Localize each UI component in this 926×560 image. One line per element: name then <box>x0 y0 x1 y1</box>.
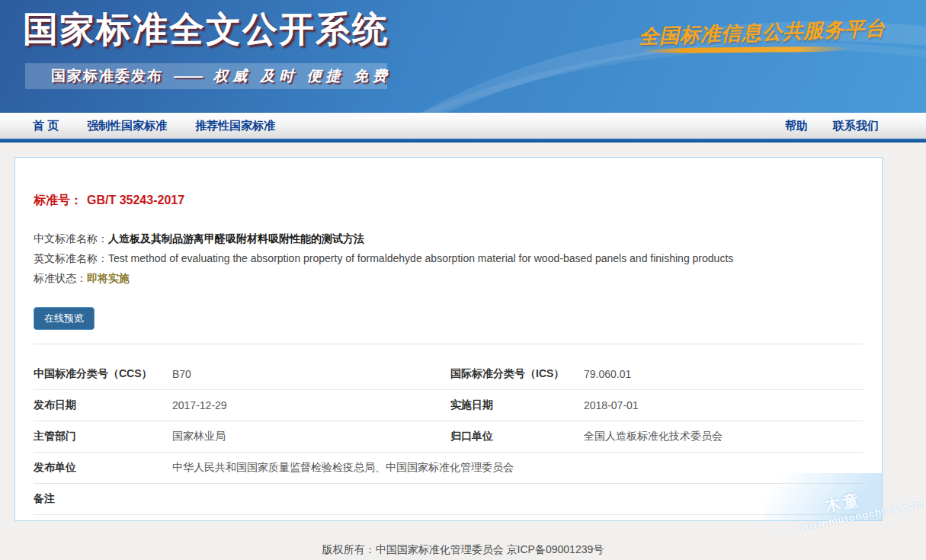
banner-slogan: 权威 及时 便捷 免费 <box>213 68 392 84</box>
standard-number-row: 标准号：GB/T 35243-2017 <box>34 158 864 209</box>
ics-label: 国际标准分类号（ICS） <box>450 367 584 381</box>
standard-detail-card: 标准号：GB/T 35243-2017 中文标准名称：人造板及其制品游离甲醛吸附… <box>14 157 883 521</box>
implement-date-value: 2018-07-01 <box>584 399 864 411</box>
site-header: 国家标准全文公开系统 国家标准委发布——权威 及时 便捷 免费 全国标准信息公共… <box>0 0 926 113</box>
cn-name-value: 人造板及其制品游离甲醛吸附材料吸附性能的测试方法 <box>108 232 364 245</box>
nav-item-home[interactable]: 首 页 <box>33 119 59 133</box>
committee-label: 归口单位 <box>450 430 584 443</box>
footer-copyright: 版权所有：中国国家标准化管理委员会 京ICP备09001239号 <box>0 543 926 557</box>
remarks-label: 备注 <box>34 492 172 506</box>
committee-value: 全国人造板标准化技术委员会 <box>584 430 864 443</box>
table-row: 备注 <box>34 484 864 515</box>
publisher-banner: 国家标准委发布——权威 及时 便捷 免费 <box>25 63 387 89</box>
standard-number-label: 标准号： <box>34 194 82 206</box>
publish-date-label: 发布日期 <box>34 398 172 412</box>
ics-value: 79.060.01 <box>584 368 864 380</box>
site-title: 国家标准全文公开系统 <box>23 6 389 53</box>
standard-details-table: 中国标准分类号（CCS） B70 国际标准分类号（ICS） 79.060.01 … <box>34 359 864 515</box>
publish-date-value: 2017-12-29 <box>172 399 450 411</box>
authority-value: 国家林业局 <box>172 430 450 443</box>
main-nav: 首 页 强制性国家标准 推荐性国家标准 帮助 联系我们 <box>0 113 926 139</box>
standard-number-value: GB/T 35243-2017 <box>87 194 184 206</box>
status-row: 标准状态：即将实施 <box>34 268 864 288</box>
status-label: 标准状态： <box>34 272 87 284</box>
table-row: 主管部门 国家林业局 归口单位 全国人造板标准化技术委员会 <box>34 421 864 453</box>
nav-item-help[interactable]: 帮助 <box>785 119 808 133</box>
nav-item-recommended-standards[interactable]: 推荐性国家标准 <box>195 119 275 133</box>
nav-item-mandatory-standards[interactable]: 强制性国家标准 <box>87 119 167 133</box>
standard-names-block: 中文标准名称：人造板及其制品游离甲醛吸附材料吸附性能的测试方法 英文标准名称：T… <box>34 229 864 288</box>
en-name-row: 英文标准名称：Test method of evaluating the abs… <box>34 248 864 268</box>
en-name-label: 英文标准名称： <box>34 252 108 264</box>
cn-name-label: 中文标准名称： <box>34 232 108 245</box>
issuer-label: 发布单位 <box>34 461 172 475</box>
watermark-decor-left: — • <box>778 523 799 537</box>
status-badge: 即将实施 <box>87 272 130 284</box>
implement-date-label: 实施日期 <box>450 398 584 412</box>
issuer-value: 中华人民共和国国家质量监督检验检疫总局、中国国家标准化管理委员会 <box>172 461 864 475</box>
ccs-label: 中国标准分类号（CCS） <box>34 367 172 381</box>
ccs-value: B70 <box>172 368 450 380</box>
main-nav-inner: 首 页 强制性国家标准 推荐性国家标准 帮助 联系我们 <box>14 113 883 139</box>
table-row: 发布日期 2017-12-29 实施日期 2018-07-01 <box>34 390 864 421</box>
banner-publisher: 国家标准委发布 <box>51 68 163 84</box>
platform-slogan: 全国标准信息公共服务平台 <box>638 16 852 50</box>
authority-label: 主管部门 <box>34 430 172 443</box>
section-divider <box>34 344 864 344</box>
banner-dash: —— <box>174 68 203 84</box>
cn-name-row: 中文标准名称：人造板及其制品游离甲醛吸附材料吸附性能的测试方法 <box>34 229 864 248</box>
nav-item-contact[interactable]: 联系我们 <box>833 119 879 133</box>
nav-bottom-border <box>0 139 926 142</box>
table-row: 发布单位 中华人民共和国国家质量监督检验检疫总局、中国国家标准化管理委员会 <box>34 453 864 484</box>
online-preview-button[interactable]: 在线预览 <box>34 307 95 330</box>
table-row: 中国标准分类号（CCS） B70 国际标准分类号（ICS） 79.060.01 <box>34 359 864 390</box>
en-name-value: Test method of evaluating the absorption… <box>108 252 733 264</box>
